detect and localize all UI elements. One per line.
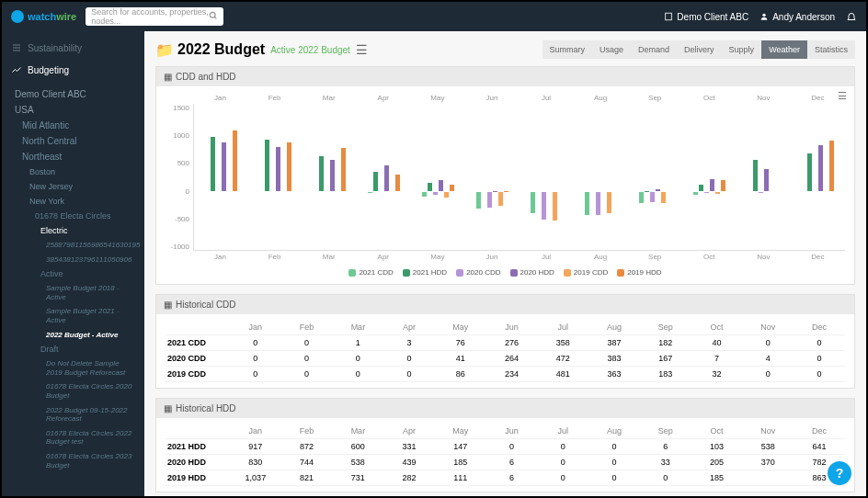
tree-city[interactable]: Boston: [2, 164, 144, 179]
tree-budget[interactable]: Do Not Delete Sample 2019 Budget Reforec…: [2, 357, 144, 379]
tree-draft[interactable]: Draft: [2, 342, 144, 357]
logo[interactable]: watchwire: [11, 10, 76, 23]
bar[interactable]: [693, 192, 698, 195]
bar[interactable]: [753, 160, 758, 191]
cell: 538: [333, 455, 384, 470]
bar[interactable]: [487, 192, 492, 208]
tree-region[interactable]: North Central: [2, 133, 144, 149]
bar[interactable]: [656, 189, 660, 191]
bar[interactable]: [439, 180, 443, 191]
tree-budget[interactable]: 01678 Electa Circles 2023 Budget: [2, 449, 144, 472]
bar[interactable]: [721, 180, 725, 191]
bar[interactable]: [498, 192, 503, 206]
tree-root[interactable]: Demo Client ABC: [2, 86, 144, 102]
tree-budget[interactable]: Sample Budget 2021 - Active: [2, 304, 144, 327]
tab-usage[interactable]: Usage: [592, 40, 631, 59]
bar[interactable]: [428, 183, 432, 191]
cell: 0: [383, 351, 435, 366]
cell: 0: [281, 367, 333, 381]
nav-label: Sustainability: [28, 43, 82, 53]
tree-account[interactable]: 01678 Electa Circles: [2, 209, 144, 223]
tree-region[interactable]: Northeast: [2, 149, 144, 164]
bar[interactable]: [395, 175, 400, 191]
bar[interactable]: [710, 179, 714, 191]
nav-sustainability[interactable]: Sustainability: [2, 37, 144, 59]
bar[interactable]: [265, 140, 269, 191]
tab-weather[interactable]: Weather: [761, 40, 807, 59]
bar[interactable]: [715, 192, 720, 194]
legend-item[interactable]: 2021 CDD: [348, 268, 393, 277]
bar[interactable]: [330, 160, 335, 191]
legend-label: 2021 CDD: [359, 268, 393, 277]
cell: 3: [383, 335, 435, 350]
bar[interactable]: [476, 192, 481, 209]
user-menu[interactable]: Andy Anderson: [760, 12, 835, 22]
row-label: 2021 HDD: [166, 439, 230, 454]
bar[interactable]: [553, 192, 557, 221]
bar[interactable]: [829, 141, 834, 191]
bar[interactable]: [373, 172, 378, 191]
bar[interactable]: [661, 192, 666, 203]
bar[interactable]: [585, 192, 589, 215]
tree-city[interactable]: New York: [2, 194, 144, 209]
tree-meter[interactable]: 385438123796111050906: [2, 253, 144, 267]
bar[interactable]: [607, 192, 611, 213]
tree-budget[interactable]: Sample Budget 2018 - Active: [2, 281, 144, 304]
bar[interactable]: [807, 153, 812, 191]
bar[interactable]: [211, 137, 215, 191]
tab-supply[interactable]: Supply: [722, 40, 762, 59]
tree-city[interactable]: New Jersey: [2, 179, 144, 194]
bar[interactable]: [764, 169, 769, 191]
legend-item[interactable]: 2021 HDD: [403, 268, 447, 277]
tree-meter[interactable]: 25887981156986541630195: [2, 238, 144, 253]
bar[interactable]: [444, 192, 449, 198]
tree-active[interactable]: Active: [2, 266, 144, 281]
panel-cdd: ▦ Historical CDD JanFebMarAprMayJunJulAu…: [155, 294, 855, 389]
bar[interactable]: [699, 185, 703, 191]
client-selector[interactable]: Demo Client ABC: [664, 12, 748, 22]
tree-budget[interactable]: 2022 Budget 09-15-2022 Reforecast: [2, 403, 144, 426]
bar[interactable]: [287, 142, 291, 191]
tree-budget-active[interactable]: 2022 Budget - Active: [2, 328, 144, 343]
bar[interactable]: [639, 192, 644, 203]
cell: 33: [640, 455, 691, 470]
bar[interactable]: [222, 142, 226, 191]
tab-demand[interactable]: Demand: [631, 40, 677, 59]
menu-icon[interactable]: ☰: [356, 42, 368, 57]
bar[interactable]: [422, 192, 427, 197]
tree-electric[interactable]: Electric: [2, 223, 144, 238]
bar[interactable]: [319, 156, 324, 191]
help-button[interactable]: ?: [828, 461, 851, 485]
tree-budget[interactable]: 01678 Electa Circles 2020 Budget: [2, 379, 144, 402]
legend-item[interactable]: 2019 CDD: [564, 268, 608, 277]
bar[interactable]: [531, 192, 535, 213]
bar[interactable]: [433, 192, 438, 195]
chart-menu-icon[interactable]: ☰: [838, 90, 847, 102]
legend-item[interactable]: 2020 CDD: [456, 268, 500, 277]
bar[interactable]: [450, 185, 454, 191]
bar[interactable]: [276, 147, 280, 191]
legend-item[interactable]: 2020 HDD: [510, 268, 554, 277]
cell: 234: [486, 367, 538, 381]
tree-region[interactable]: Mid Atlantic: [2, 118, 144, 133]
row-label: 2020 CDD: [166, 351, 230, 366]
bar[interactable]: [384, 165, 389, 191]
tab-summary[interactable]: Summary: [542, 40, 593, 59]
search-input[interactable]: Search for accounts, properties, nodes..…: [86, 7, 223, 26]
row-label: 2020 HDD: [166, 455, 230, 470]
bell-icon[interactable]: [846, 11, 857, 22]
tree-usa[interactable]: USA: [2, 102, 144, 118]
tree-budget[interactable]: 01678 Electa Circles 2022 Budget test: [2, 426, 144, 449]
nav-budgeting[interactable]: Budgeting: [2, 59, 144, 81]
bar-group: [357, 104, 411, 250]
bar[interactable]: [341, 148, 346, 191]
bar[interactable]: [596, 192, 600, 215]
tab-delivery[interactable]: Delivery: [677, 40, 722, 59]
cell: 0: [538, 470, 589, 485]
bar[interactable]: [650, 192, 655, 202]
bar[interactable]: [818, 145, 823, 191]
legend-item[interactable]: 2019 HDD: [617, 268, 661, 277]
bar[interactable]: [542, 192, 546, 220]
tab-statistics[interactable]: Statistics: [807, 40, 855, 59]
bar[interactable]: [233, 130, 237, 191]
